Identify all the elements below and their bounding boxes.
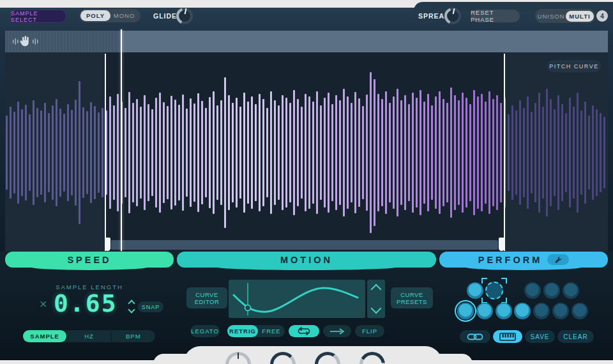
perform-pad-ring[interactable] (457, 303, 474, 319)
waveform-bar (102, 108, 103, 197)
perform-pad-dim[interactable] (552, 303, 569, 319)
waveform-bar (393, 96, 395, 209)
poly-option[interactable]: POLY (80, 10, 110, 21)
waveform-bar (523, 108, 525, 197)
link-button[interactable] (460, 330, 490, 343)
curve-nudge-panel[interactable] (367, 280, 385, 318)
flip-button[interactable]: FLIP (355, 325, 384, 337)
waveform-bar (52, 105, 54, 200)
waveform-bar (366, 95, 368, 211)
voices-count-badge[interactable]: 4 (596, 10, 608, 22)
multi-option[interactable]: MULTI (566, 11, 594, 22)
loop-icon (296, 327, 312, 335)
perform-pad-dim[interactable] (543, 282, 560, 299)
unit-sample[interactable]: SAMPLE (23, 330, 66, 342)
retrig-option[interactable]: RETRIG (227, 325, 258, 337)
unison-multi-toggle[interactable]: UNISON MULTI (535, 9, 595, 23)
selection-start-line[interactable] (105, 54, 106, 251)
unison-option[interactable]: UNISON (536, 11, 566, 22)
tab-speed[interactable]: SPEED (5, 252, 174, 268)
glide-knob[interactable] (176, 8, 193, 24)
perform-pad-dim[interactable] (524, 282, 541, 299)
waveform-bar (389, 103, 391, 202)
curve-presets-button[interactable]: CURVE PRESETS (391, 287, 433, 308)
reset-phase-button[interactable]: RESET PHASE (471, 10, 520, 22)
one-shot-mode-button[interactable] (323, 325, 351, 337)
unit-selector[interactable]: SAMPLE HZ BPM (23, 330, 155, 342)
sample-length-value[interactable]: 0.65 (54, 291, 125, 315)
waveform-bar (328, 93, 329, 213)
spread-knob[interactable] (444, 8, 461, 24)
waveform-bar (17, 102, 19, 204)
waveform-bar (450, 87, 452, 218)
retrig-free-toggle[interactable]: RETRIG FREE (227, 325, 285, 337)
waveform-bar (462, 93, 464, 213)
selection-start-handle[interactable] (105, 238, 110, 251)
legato-button[interactable]: LEGATO (190, 325, 220, 337)
motion-curve-graph (229, 280, 365, 318)
unit-hz[interactable]: HZ (66, 330, 110, 342)
curve-node[interactable] (245, 305, 251, 311)
selection-scrollbar[interactable] (111, 240, 498, 250)
waveform-bar (511, 105, 513, 200)
waveform-display[interactable] (5, 52, 608, 252)
waveform-bar (36, 108, 38, 197)
waveform-bar (67, 104, 69, 201)
perform-pad-dim[interactable] (533, 303, 550, 319)
sample-select-button[interactable]: SAMPLE SELECT (10, 10, 66, 23)
bottom-tray (184, 346, 442, 364)
waveform-bar (178, 105, 180, 201)
waveform-bar (220, 100, 222, 205)
loop-mode-button[interactable] (289, 325, 319, 337)
waveform-bar (270, 91, 272, 214)
waveform-bar (554, 109, 556, 196)
free-option[interactable]: FREE (258, 325, 285, 337)
perform-pad-active[interactable] (514, 303, 531, 319)
mono-option[interactable]: MONO (110, 10, 138, 21)
waveform-bar (370, 72, 372, 233)
waveform-bar (542, 107, 544, 199)
snap-button[interactable]: SNAP (138, 301, 163, 312)
chevron-down-icon[interactable] (128, 306, 135, 313)
waveform-bar (170, 96, 172, 209)
perform-pad-dim[interactable] (563, 282, 579, 299)
curve-up-chevron-icon[interactable] (371, 284, 382, 295)
pitch-curve-button[interactable]: PITCH CURVE (547, 60, 601, 72)
perform-pad-dim[interactable] (571, 303, 588, 319)
waveform-bar (155, 98, 157, 208)
waveform-bar (592, 105, 594, 200)
curve-down-chevron-icon[interactable] (371, 303, 382, 314)
selection-end-handle[interactable] (499, 238, 504, 251)
selection-end-line[interactable] (504, 54, 505, 251)
waveform-bar (13, 112, 15, 193)
waveform-bar (128, 92, 130, 213)
waveform-bar (354, 92, 356, 213)
tab-motion[interactable]: MOTION (177, 252, 436, 268)
perform-pad-active[interactable] (496, 303, 512, 319)
waveform-bar (197, 93, 199, 212)
waveform-bar (94, 106, 96, 199)
waveform-bar (274, 100, 276, 205)
curve-editor-button[interactable]: CURVE EDITOR (186, 287, 227, 308)
waveform-bar (331, 104, 333, 201)
perform-pad-active[interactable] (476, 303, 493, 319)
waveform-minimap[interactable] (5, 31, 608, 52)
keyboard-mode-button[interactable] (493, 330, 522, 343)
waveform-bar (278, 105, 280, 200)
perform-settings-button[interactable] (547, 254, 569, 265)
unit-bpm[interactable]: BPM (111, 330, 155, 342)
value-stepper[interactable] (128, 301, 135, 312)
motion-curve-display[interactable] (229, 280, 365, 318)
waveform-bar (573, 107, 575, 199)
tab-perform[interactable]: PERFORM (439, 252, 608, 268)
playhead[interactable] (121, 29, 122, 251)
waveform-bar (293, 90, 295, 215)
waveform-bar (423, 102, 425, 204)
poly-mono-toggle[interactable]: POLY MONO (79, 9, 140, 22)
clear-button[interactable]: CLEAR (557, 330, 594, 343)
save-button[interactable]: SAVE (525, 330, 555, 343)
waveform-bar (117, 94, 119, 211)
waveform-bar (59, 109, 61, 197)
waveform-bar (335, 95, 337, 210)
perform-pad-edit[interactable] (485, 282, 503, 300)
